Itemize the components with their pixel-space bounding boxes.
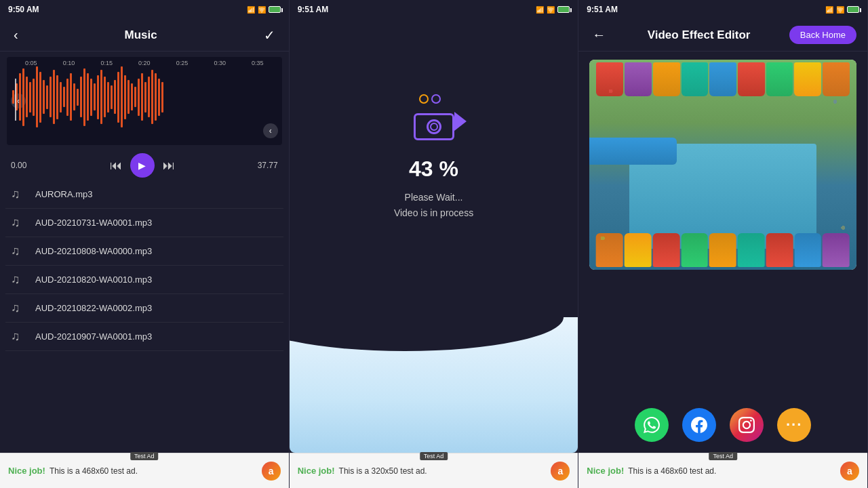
music-item-2[interactable]: ♫ AUD-20210731-WA0001.mp3 — [5, 209, 283, 237]
waveform-bar — [155, 73, 157, 121]
wifi-icon: 🛜 — [258, 6, 266, 14]
time-2: 0:15 — [87, 60, 125, 66]
viewfinder-circle-1 — [419, 94, 429, 104]
back-home-button[interactable]: Back Home — [789, 26, 856, 44]
back-button-editor[interactable]: ← — [589, 24, 608, 45]
wave-top — [290, 317, 578, 351]
battery-icon-3 — [847, 6, 859, 13]
waveform-bar — [60, 82, 62, 113]
waveform-bar — [39, 72, 41, 123]
waveform-bar — [161, 82, 163, 113]
wifi-icon-3: 🛜 — [836, 6, 844, 14]
waveform-bar — [138, 79, 140, 116]
pool-water — [629, 144, 816, 249]
facebook-icon — [691, 417, 707, 433]
player-controls: 0.00 ⏮ ▶ ⏭ 37.77 — [0, 150, 289, 180]
share-buttons: ··· — [578, 397, 867, 453]
time-4: 0:25 — [163, 60, 201, 66]
music-item-6[interactable]: ♫ AUD-20210907-WA0001.mp3 — [5, 323, 283, 351]
waveform-bar — [94, 83, 96, 110]
rewind-button[interactable]: ⏮ — [110, 159, 122, 173]
status-time-3: 9:51 AM — [587, 5, 618, 14]
ad-nice-1: Nice job! — [8, 466, 45, 476]
ad-logo-1: a — [262, 462, 281, 481]
music-note-icon-6: ♫ — [11, 329, 27, 344]
player-start-time: 0.00 — [11, 161, 26, 170]
ad-text-1: This is a 468x60 test ad. — [50, 466, 262, 476]
fast-forward-button[interactable]: ⏭ — [163, 159, 175, 173]
waveform-bars — [7, 66, 282, 127]
progress-msg-line2: Video is in process — [394, 205, 473, 220]
sim-icon-3: 📶 — [825, 6, 833, 14]
share-whatsapp-button[interactable] — [635, 408, 669, 442]
waveform-bar — [22, 68, 24, 126]
ad-text-2: This is a 320x50 test ad. — [339, 466, 551, 476]
ad-banner-2: Test Ad Nice job! This is a 320x50 test … — [290, 453, 578, 488]
share-instagram-button[interactable] — [730, 408, 764, 442]
status-icons-3: 📶 🛜 — [825, 6, 859, 14]
camera-lens-outer — [427, 119, 441, 134]
more-dots-icon: ··· — [786, 416, 802, 434]
ad-label-1: Test Ad — [130, 452, 159, 460]
status-bar-2: 9:51 AM 📶 🛜 — [290, 0, 578, 19]
music-filename-5: AUD-20210822-WA0002.mp3 — [35, 303, 152, 313]
play-button[interactable]: ▶ — [130, 153, 155, 178]
music-item-5[interactable]: ♫ AUD-20210822-WA0002.mp3 — [5, 294, 283, 323]
waveform-bar — [111, 85, 113, 109]
waveform-bar — [144, 82, 146, 113]
ad-logo-2: a — [551, 462, 570, 481]
waveform-bar — [77, 89, 79, 106]
waveform-timescale: 0:05 0:10 0:15 0:20 0:25 0:30 0:35 — [7, 57, 282, 66]
waveform-bar — [134, 87, 136, 107]
waveform-bar — [131, 83, 133, 110]
waveform-bar — [124, 75, 126, 119]
ad-label-2: Test Ad — [420, 452, 448, 460]
waveform-bar — [148, 77, 150, 117]
preview-container — [589, 60, 856, 270]
time-6: 0:35 — [239, 60, 277, 66]
confirm-button-music[interactable]: ✓ — [261, 24, 278, 46]
waveform-bar — [26, 77, 28, 117]
waveform-bar — [19, 73, 21, 121]
music-note-icon-5: ♫ — [11, 301, 27, 315]
back-button-music[interactable]: ‹ — [11, 24, 21, 45]
processing-center: 43 % Please Wait... Video is in process — [290, 19, 578, 304]
sim-icon-2: 📶 — [536, 6, 544, 14]
waveform-bar — [114, 80, 116, 114]
music-item-4[interactable]: ♫ AUD-20210820-WA0010.mp3 — [5, 266, 283, 294]
camera-lens-inner — [430, 123, 438, 131]
waveform-bar — [29, 82, 31, 113]
video-preview — [589, 60, 856, 270]
player-buttons: ⏮ ▶ ⏭ — [110, 153, 175, 178]
ad-logo-3: a — [840, 462, 859, 481]
waveform-nav-right[interactable]: ‹ — [263, 123, 278, 138]
waveform-bar — [43, 80, 45, 114]
status-icons-2: 📶 🛜 — [536, 6, 570, 14]
processing-content: 43 % Please Wait... Video is in process — [290, 19, 578, 453]
music-header: ‹ Music ✓ — [0, 19, 289, 52]
sim-icon: 📶 — [247, 6, 255, 14]
music-note-icon-2: ♫ — [11, 216, 27, 230]
music-filename-2: AUD-20210731-WA0001.mp3 — [35, 218, 152, 228]
video-camera-icon — [414, 102, 454, 140]
status-time-1: 9:50 AM — [8, 5, 39, 14]
music-note-icon-1: ♫ — [11, 187, 27, 201]
waveform-bar — [141, 73, 143, 121]
music-filename-1: AURORA.mp3 — [35, 189, 93, 199]
video-effect-panel: 9:51 AM 📶 🛜 ← Video Effect Editor Back H… — [578, 0, 868, 488]
music-item-1[interactable]: ♫ AURORA.mp3 — [5, 180, 283, 209]
progress-message: Please Wait... Video is in process — [394, 190, 473, 220]
time-5: 0:30 — [201, 60, 239, 66]
player-end-time: 37.77 — [258, 161, 278, 170]
waveform-bar — [36, 66, 38, 127]
wifi-icon-2: 🛜 — [547, 6, 555, 14]
waveform-cursor — [15, 79, 16, 121]
share-facebook-button[interactable] — [682, 408, 716, 442]
waveform-bar — [158, 79, 160, 116]
music-note-icon-3: ♫ — [11, 244, 27, 258]
share-more-button[interactable]: ··· — [777, 408, 811, 442]
camera-viewfinder — [419, 94, 441, 104]
video-effect-header: ← Video Effect Editor Back Home — [578, 19, 867, 52]
music-item-3[interactable]: ♫ AUD-20210808-WA0000.mp3 — [5, 237, 283, 266]
waveform-bar — [63, 87, 65, 107]
